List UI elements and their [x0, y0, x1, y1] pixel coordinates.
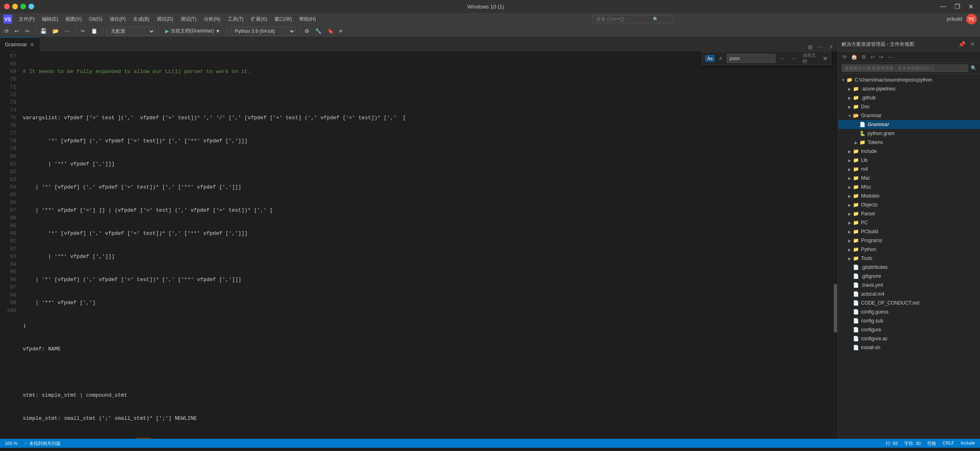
find-next-btn[interactable]: →: [789, 54, 798, 62]
tab-grammar[interactable]: Grammar ✕: [0, 37, 40, 51]
toolbar-extra4-btn[interactable]: ≡: [337, 27, 345, 35]
tree-item-doc[interactable]: ▶ 📁 Doc: [838, 102, 980, 111]
find-word-btn[interactable]: A: [717, 55, 724, 62]
panel-pin-btn[interactable]: 📌: [957, 40, 967, 48]
tree-item-include[interactable]: ▶ 📁 Include: [838, 147, 980, 156]
tree-item-grammar-folder[interactable]: ▼ 📂 Grammar: [838, 111, 980, 120]
config-dropdown[interactable]: 无配置: [106, 27, 155, 36]
tree-item-aclocal[interactable]: ▶ 📄 aclocal.m4: [838, 290, 980, 299]
python-dropdown[interactable]: Python 3.9 (64-bit): [231, 27, 296, 36]
find-close-btn[interactable]: ✕: [822, 55, 828, 62]
tree-item-configure[interactable]: ▶ 📄 configure: [838, 325, 980, 334]
tab-more-btn[interactable]: ⋯: [816, 43, 825, 51]
menu-extensions[interactable]: 扩展(X): [248, 14, 270, 24]
tree-grammar-file-icon: 📄: [859, 122, 866, 127]
tree-item-python-folder[interactable]: ▶ 📁 Python: [838, 245, 980, 254]
tree-item-azure[interactable]: ▶ 📁 .azure-pipelines: [838, 84, 980, 93]
user-avatar[interactable]: YC: [966, 14, 977, 24]
tree-item-install-sh[interactable]: ▶ 📄 install-sh: [838, 343, 980, 352]
tree-item-travis[interactable]: ▶ 📄 .travis.yml: [838, 281, 980, 290]
panel-tb-btn5[interactable]: ↪: [877, 53, 885, 61]
tab-grammar-close[interactable]: ✕: [30, 42, 35, 47]
toolbar-cut-btn[interactable]: ✂: [79, 27, 87, 35]
search-input-wrap[interactable]: 🔍: [592, 15, 673, 23]
find-input[interactable]: [727, 54, 775, 63]
tree-item-pythongram[interactable]: ▶ 🐍 python.gram: [838, 129, 980, 138]
tree-item-m4[interactable]: ▶ 📁 m4: [838, 165, 980, 174]
maximize-traffic-light[interactable]: [20, 4, 26, 9]
tree-item-objects[interactable]: ▶ 📁 Objects: [838, 200, 980, 209]
toolbar-extra2-btn[interactable]: 🔧: [313, 27, 324, 35]
tree-item-pcbuild[interactable]: ▶ 📁 PCbuild: [838, 227, 980, 236]
code-line-70: '*' [vfpdef] (',' vfpdef ['=' test])* ['…: [19, 137, 833, 145]
panel-tb-btn3[interactable]: ⚙: [860, 53, 868, 61]
run-button[interactable]: ▶ 当前文档(Grammar) ▼: [162, 27, 224, 35]
panel-tb-btn2[interactable]: 🏠: [849, 53, 859, 61]
tree-item-misc[interactable]: ▶ 📁 Misc: [838, 183, 980, 191]
find-loc-toggle[interactable]: 当前文档: [801, 52, 820, 65]
tree-item-gitattributes[interactable]: ▶ 📄 .gitattributes: [838, 263, 980, 272]
panel-search-input[interactable]: [842, 64, 968, 72]
tree-item-github[interactable]: ▶ 📁 .github: [838, 93, 980, 102]
toolbar-undo-btn[interactable]: ↩: [13, 27, 21, 35]
tree-item-tools[interactable]: ▶ 📁 Tools: [838, 254, 980, 263]
toolbar-new-btn[interactable]: ⟳: [2, 27, 11, 35]
code-content[interactable]: # It needs to be fully expanded to allow…: [19, 52, 833, 439]
tree-item-config-sub[interactable]: ▶ 📄 config.sub: [838, 316, 980, 325]
panel-tb-btn6[interactable]: ⋯: [886, 53, 894, 61]
find-case-btn[interactable]: Aa: [705, 55, 714, 62]
editor-scrollbar[interactable]: [833, 52, 838, 439]
window-close-button[interactable]: ✕: [966, 2, 976, 11]
tree-travis-label: .travis.yml: [861, 282, 883, 288]
minimize-traffic-light[interactable]: [12, 4, 18, 9]
tree-azure-folder-icon: 📁: [853, 86, 859, 92]
solution-tree[interactable]: ▼ 📁 C:\Users\mac\source\repos\cpython ▶ …: [838, 74, 980, 439]
menu-help[interactable]: 帮助(H): [296, 14, 319, 24]
menu-analyze[interactable]: 分析(N): [201, 14, 224, 24]
tree-item-parser[interactable]: ▶ 📁 Parser: [838, 209, 980, 218]
tree-item-tokens[interactable]: ▶ 📁 Tokens: [838, 138, 980, 147]
menu-window[interactable]: 窗口(W): [271, 14, 295, 24]
tree-item-mac[interactable]: ▶ 📁 Mac: [838, 174, 980, 183]
tree-item-gitignore[interactable]: ▶ 📄 .gitignore: [838, 272, 980, 281]
menu-tools[interactable]: 工具(T): [224, 14, 247, 24]
panel-tb-btn4[interactable]: ↩: [869, 53, 876, 61]
panel-close-btn[interactable]: ✕: [969, 40, 977, 48]
find-prev-btn[interactable]: ←: [778, 54, 787, 62]
menu-file[interactable]: 文件(F): [15, 14, 38, 24]
tree-lib-folder-icon: 📁: [853, 157, 859, 163]
tree-root[interactable]: ▼ 📁 C:\Users\mac\source\repos\cpython: [838, 75, 980, 84]
toolbar-open-btn[interactable]: 📂: [50, 27, 61, 35]
window-minimize-button[interactable]: —: [937, 2, 949, 11]
close-traffic-light[interactable]: [4, 4, 10, 9]
menu-edit[interactable]: 编辑(E): [39, 14, 61, 24]
tree-item-lib[interactable]: ▶ 📁 Lib: [838, 156, 980, 165]
toolbar-more-btn[interactable]: ⋯: [63, 27, 72, 35]
tree-item-config-guess[interactable]: ▶ 📄 config.guess: [838, 307, 980, 316]
toolbar-extra1-btn[interactable]: ⚙: [302, 27, 311, 35]
menu-git[interactable]: Git(G): [86, 15, 106, 24]
tree-item-modules[interactable]: ▶ 📁 Modules: [838, 191, 980, 200]
menu-debug[interactable]: 调试(D): [153, 14, 177, 24]
tab-expand-btn[interactable]: ↗: [827, 43, 835, 51]
tree-item-conduct[interactable]: ▶ 📄 CODE_OF_CONDUCT.md: [838, 299, 980, 307]
menu-view[interactable]: 视图(V): [62, 14, 85, 24]
tree-item-pc[interactable]: ▶ 📁 PC: [838, 218, 980, 227]
search-input[interactable]: [596, 16, 653, 22]
toolbar-paste-btn[interactable]: 📋: [89, 27, 99, 35]
editor-scrollbar-thumb[interactable]: [834, 284, 837, 333]
extra-traffic-light[interactable]: [28, 4, 34, 9]
tree-item-configure-ac[interactable]: ▶ 📄 configure.ac: [838, 334, 980, 343]
tree-item-grammar-file[interactable]: ▶ 📄 Grammar: [838, 120, 980, 129]
toolbar-save-btn[interactable]: 💾: [38, 27, 49, 35]
tree-item-programs[interactable]: ▶ 📁 Programs: [838, 236, 980, 245]
menu-build[interactable]: 生成(B): [130, 14, 153, 24]
toolbar-extra3-btn[interactable]: 🔖: [325, 27, 336, 35]
tab-split-btn[interactable]: ⊞: [806, 43, 814, 51]
panel-tb-btn1[interactable]: ⟳: [841, 53, 848, 61]
menu-test[interactable]: 测试(T): [177, 14, 200, 24]
window-maximize-button[interactable]: ❐: [952, 2, 963, 11]
toolbar-redo-btn[interactable]: ↪: [23, 27, 31, 35]
status-right: 行: 93 字符: 30 空格 CRLF Include: [886, 440, 975, 447]
menu-project[interactable]: 项目(P): [106, 14, 129, 24]
